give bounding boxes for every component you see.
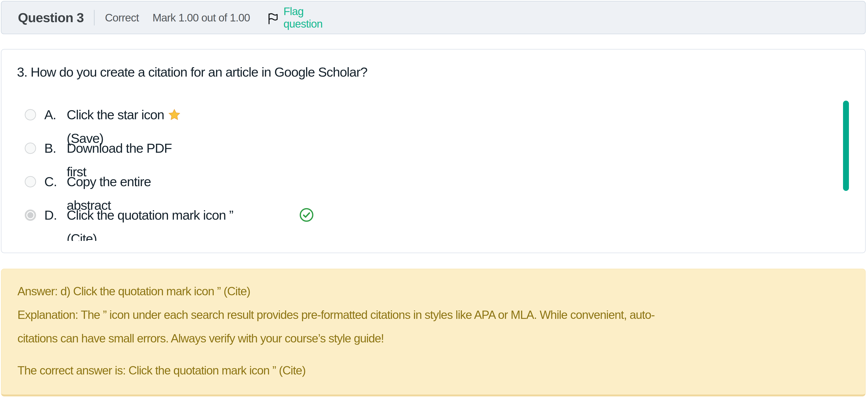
option-a-letter: A. xyxy=(44,107,56,122)
flag-question-link[interactable]: Flag question xyxy=(267,5,322,30)
option-d-radio-selected[interactable] xyxy=(25,209,36,221)
header-divider xyxy=(94,10,94,25)
question-header-bar: Question 3 Correct Mark 1.00 out of 1.00… xyxy=(1,1,866,34)
check-circle-icon xyxy=(299,207,314,223)
option-d-text[interactable]: Click the quotation mark icon ” xyxy=(67,208,233,223)
option-c-text[interactable]: Copy the entire xyxy=(67,174,151,189)
feedback-correct-answer: The correct answer is: Click the quotati… xyxy=(18,363,306,378)
option-row-b[interactable]: B. Download the PDF first xyxy=(1,141,840,156)
question-mark: Mark 1.00 out of 1.00 xyxy=(152,11,250,24)
option-row-d[interactable]: D. Click the quotation mark icon ” (Cite… xyxy=(1,208,840,223)
options-list: A. Click the star icon (Save) B. Downloa… xyxy=(1,101,840,241)
feedback-box: Answer: d) Click the quotation mark icon… xyxy=(1,269,866,397)
feedback-explanation-line2: citations can have small errors. Always … xyxy=(18,331,384,346)
feedback-answer: Answer: d) Click the quotation mark icon… xyxy=(18,284,250,299)
question-title: Question 3 xyxy=(18,10,84,25)
option-b-letter: B. xyxy=(44,141,56,156)
option-d-text-wrap: (Cite) xyxy=(67,231,97,241)
option-b-radio[interactable] xyxy=(25,143,36,154)
option-d-letter: D. xyxy=(44,208,57,223)
star-icon xyxy=(168,108,181,121)
feedback-explanation-line1: Explanation: The ” icon under each searc… xyxy=(18,307,654,322)
question-text: 3. How do you create a citation for an a… xyxy=(17,64,367,80)
option-c-radio[interactable] xyxy=(25,176,36,187)
option-a-radio[interactable] xyxy=(25,109,36,120)
option-row-a[interactable]: A. Click the star icon (Save) xyxy=(1,107,840,122)
options-scrollbar-thumb[interactable] xyxy=(843,100,849,191)
option-c-letter: C. xyxy=(44,174,57,189)
option-row-c[interactable]: C. Copy the entire abstract xyxy=(1,174,840,189)
option-b-text[interactable]: Download the PDF xyxy=(67,141,172,156)
question-status: Correct xyxy=(105,11,139,24)
option-a-text[interactable]: Click the star icon xyxy=(67,107,181,122)
flag-question-label[interactable]: Flag question xyxy=(283,5,322,30)
flag-icon xyxy=(267,11,280,25)
